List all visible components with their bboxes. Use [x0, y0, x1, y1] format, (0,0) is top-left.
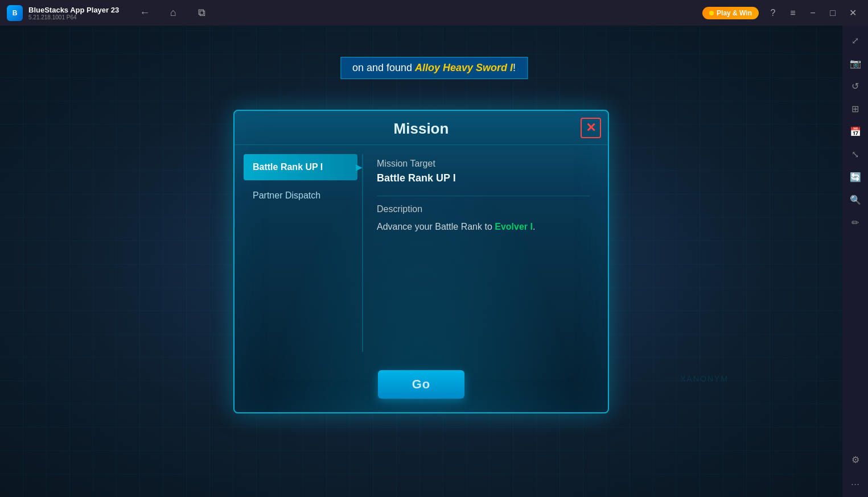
title-bar-right: Play & Win ? ≡ − □ ✕: [696, 5, 868, 22]
maximize-button[interactable]: □: [824, 5, 841, 22]
right-sidebar: ⤢ 📷 ↺ ⊞ 📅 ⤡ 🔄 🔍 ✏ ⚙ …: [842, 26, 868, 497]
mission-item-battle-rank-up[interactable]: Battle Rank UP I: [244, 154, 357, 180]
play-win-label: Play & Win: [717, 9, 752, 17]
description-text: Advance your Battle Rank to Evolver I.: [377, 220, 590, 234]
home-button[interactable]: ⌂: [164, 5, 182, 22]
detail-separator: [377, 196, 590, 196]
sidebar-expand-icon[interactable]: ⤢: [846, 31, 865, 49]
title-bar: B BlueStacks App Player 23 5.21.218.1001…: [0, 0, 868, 26]
play-win-button[interactable]: Play & Win: [702, 7, 759, 19]
close-button[interactable]: ✕: [844, 5, 861, 22]
minimize-button[interactable]: −: [804, 5, 821, 22]
go-button[interactable]: Go: [378, 370, 465, 399]
app-title: BlueStacks App Player 23: [28, 6, 119, 14]
dialog-title: Mission: [246, 120, 597, 138]
mission-item-label: Battle Rank UP I: [253, 162, 323, 172]
sidebar-rotate-icon[interactable]: 🔄: [846, 168, 865, 186]
mission-dialog: Mission ✕ Battle Rank UP I Partner Dispa…: [233, 110, 609, 413]
sidebar-edit-icon[interactable]: ✏: [846, 213, 865, 231]
nav-buttons: ← ⌂ ⧉: [125, 5, 221, 22]
mission-list: Battle Rank UP I Partner Dispatch: [244, 154, 357, 352]
mission-description-section: Description Advance your Battle Rank to …: [377, 204, 590, 234]
help-button[interactable]: ?: [764, 5, 781, 22]
dialog-body: Battle Rank UP I Partner Dispatch Missio…: [235, 145, 608, 361]
title-bar-left: B BlueStacks App Player 23 5.21.218.1001…: [0, 5, 696, 22]
bluestacks-logo: B: [7, 5, 23, 21]
app-title-block: BlueStacks App Player 23 5.21.218.1001 P…: [28, 6, 119, 20]
dialog-divider: [362, 154, 363, 352]
back-button[interactable]: ←: [136, 5, 153, 22]
desc-before: Advance your Battle Rank to: [377, 222, 495, 231]
mission-target-section: Mission Target Battle Rank UP I: [377, 159, 590, 184]
sidebar-grid-icon[interactable]: ⊞: [846, 100, 865, 118]
mission-item-partner-dispatch[interactable]: Partner Dispatch: [244, 183, 357, 209]
sidebar-more-icon[interactable]: …: [846, 473, 865, 491]
sidebar-settings-icon[interactable]: ⚙: [846, 450, 865, 469]
dialog-footer: Go: [235, 361, 608, 412]
menu-button[interactable]: ≡: [784, 5, 801, 22]
sidebar-refresh-icon[interactable]: ↺: [846, 77, 865, 95]
mission-detail: Mission Target Battle Rank UP I Descript…: [368, 154, 599, 352]
window-controls: ? ≡ − □ ✕: [764, 5, 861, 22]
dialog-close-button[interactable]: ✕: [581, 118, 601, 138]
desc-highlight: Evolver I: [495, 222, 533, 231]
sidebar-screenshot-icon[interactable]: 📷: [846, 54, 865, 72]
sidebar-search-icon[interactable]: 🔍: [846, 190, 865, 209]
sidebar-bottom: ⚙ …: [846, 450, 865, 491]
app-version: 5.21.218.1001 P64: [28, 14, 119, 20]
sidebar-calendar-icon[interactable]: 📅: [846, 122, 865, 140]
sidebar-resize-icon[interactable]: ⤡: [846, 145, 865, 163]
dialog-overlay: Mission ✕ Battle Rank UP I Partner Dispa…: [0, 26, 842, 497]
dialog-header: Mission: [235, 111, 608, 145]
description-title: Description: [377, 204, 590, 214]
multi-instance-button[interactable]: ⧉: [193, 5, 210, 22]
mission-item-label: Partner Dispatch: [253, 190, 320, 200]
mission-target-value: Battle Rank UP I: [377, 172, 590, 184]
play-win-dot: [709, 11, 714, 15]
mission-target-title: Mission Target: [377, 159, 590, 169]
desc-after: .: [533, 222, 535, 231]
